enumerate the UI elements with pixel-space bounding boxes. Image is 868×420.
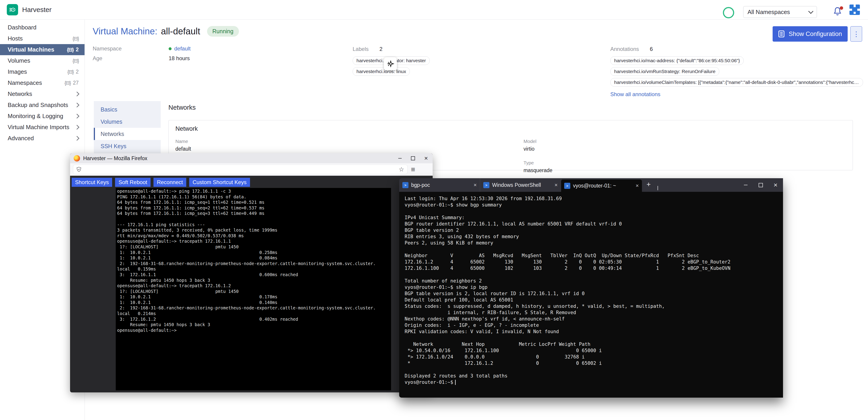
tab-dropdown-button[interactable] — [657, 186, 658, 190]
brace-box-icon — [72, 35, 79, 41]
chevron-right-icon — [74, 103, 79, 108]
close-button[interactable]: × — [420, 153, 433, 163]
annotations-block: Annotations6 harvesterhci.io/mac-address… — [610, 46, 863, 97]
sidebar-item-monitoring-logging[interactable]: Monitoring & Logging — [0, 111, 85, 122]
page-title: Virtual Machine: all-default Running — [93, 26, 239, 37]
namespace-active-dot — [168, 47, 172, 50]
document-icon — [778, 30, 784, 37]
show-configuration-button[interactable]: Show Configuration — [773, 26, 848, 41]
sidebar-item-advanced[interactable]: Advanced — [0, 133, 85, 144]
show-configuration-label: Show Configuration — [789, 31, 842, 37]
sidebar-item-dashboard[interactable]: Dashboard — [0, 22, 85, 33]
url-bar[interactable]: ☆ — [73, 165, 407, 174]
brace-box-icon — [64, 80, 70, 86]
notifications-bell-icon[interactable] — [832, 6, 843, 17]
maximize-button[interactable] — [753, 178, 768, 192]
annotation-chip: harvesterhci.io/mac-address: {"default":… — [610, 56, 744, 65]
namespace-label: Namespace — [93, 46, 168, 52]
age-value: 18 hours — [168, 55, 191, 62]
sidebar-item-backup-and-snapshots[interactable]: Backup and Snapshots — [0, 99, 85, 111]
powershell-icon: > — [483, 182, 489, 188]
namespace-filter-value: All Namespaces — [747, 8, 809, 16]
tab-close-icon[interactable]: × — [555, 182, 558, 188]
field-label: Name — [176, 139, 524, 144]
page-title-name: all-default — [161, 26, 200, 36]
kebab-menu-button[interactable]: ⋮ — [850, 26, 862, 41]
powershell-icon: > — [402, 182, 408, 188]
status-badge: Running — [207, 26, 239, 37]
brand-name: Harvester — [22, 6, 52, 13]
sidebar-item-images[interactable]: Images2 — [0, 66, 85, 77]
label-chip: harvesterhci.io/os: linux — [352, 67, 410, 76]
minimize-button[interactable] — [738, 178, 753, 192]
firefox-titlebar[interactable]: Harvester — Mozilla Firefox × — [70, 153, 433, 163]
network-card-title: Network — [176, 125, 846, 132]
vnc-console-text: opensuse@all-default:~> ping 172.16.1.1 … — [116, 188, 391, 333]
windows-terminal-window: > bgp-poc × > Windows PowerShell × > vyo… — [399, 178, 783, 398]
firefox-icon — [74, 155, 80, 161]
notification-dot — [840, 6, 843, 10]
field-value: default — [176, 146, 524, 152]
terminal-prompt: vyos@router-01:~$ — [405, 379, 453, 385]
tab-close-icon[interactable]: × — [473, 182, 477, 188]
tab-close-icon[interactable]: × — [636, 182, 639, 189]
namespace-link[interactable]: default — [174, 46, 191, 52]
sidebar-item-virtual-machines[interactable]: Virtual Machines2 — [0, 44, 85, 55]
kebab-icon: ⋮ — [853, 30, 860, 38]
powershell-icon: > — [564, 183, 570, 189]
field-value: virtio — [524, 146, 846, 152]
tab-volumes[interactable]: Volumes — [94, 116, 161, 128]
field-value: masquerade — [524, 168, 846, 174]
shield-icon — [76, 167, 81, 172]
harvester-logo-icon[interactable] — [7, 4, 18, 16]
terminal-body[interactable]: Last login: Thu Apr 16 12:53:30 2026 fro… — [399, 192, 783, 385]
labels-count: 2 — [379, 46, 382, 52]
sparkle-cursor-icon — [384, 57, 397, 70]
chevron-right-icon — [74, 92, 79, 96]
new-tab-button[interactable]: + — [647, 180, 651, 189]
terminal-tab-vyos-router[interactable]: > vyos@router-01: ~ × — [561, 180, 642, 192]
firefox-toolbar: ☆ ≡ — [70, 163, 433, 176]
tab-basics[interactable]: Basics — [94, 103, 161, 116]
cluster-status-ring-icon — [723, 7, 734, 18]
sidebar-item-hosts[interactable]: Hosts — [0, 33, 85, 44]
count-badge: 2 — [76, 69, 79, 75]
tab-ssh-keys[interactable]: SSH Keys — [94, 140, 161, 152]
namespace-filter-select[interactable]: All Namespaces — [743, 6, 817, 18]
page-title-prefix: Virtual Machine: — [93, 26, 157, 36]
vm-details: Namespace default Age 18 hours — [93, 46, 191, 62]
annotations-title: Annotations — [610, 46, 639, 52]
annotation-chip: harvesterhci.io/vmRunStrategy: RerunOnFa… — [610, 67, 719, 76]
terminal-output-text: Last login: Thu Apr 16 12:53:30 2026 fro… — [405, 196, 783, 379]
networks-section-heading: Networks — [168, 104, 196, 111]
count-badge: 2 — [76, 47, 79, 53]
vnc-console-screen[interactable]: opensuse@all-default:~> ping 172.16.1.1 … — [116, 188, 391, 390]
screen: Harvester All Namespaces Dashboard H — [0, 0, 868, 420]
menu-hamburger-icon[interactable]: ≡ — [411, 165, 415, 174]
chevron-right-icon — [74, 136, 79, 141]
sidebar-item-namespaces[interactable]: Namespaces27 — [0, 77, 85, 88]
sidebar-item-networks[interactable]: Networks — [0, 88, 85, 99]
minimize-button[interactable] — [393, 153, 406, 163]
tab-networks[interactable]: Networks — [94, 128, 161, 140]
close-button[interactable]: × — [768, 178, 783, 192]
show-all-annotations-link[interactable]: Show all annotations — [610, 91, 863, 97]
user-avatar[interactable] — [849, 4, 860, 15]
field-label: Model — [524, 139, 846, 144]
count-badge: 27 — [73, 80, 79, 86]
maximize-button[interactable] — [406, 153, 420, 163]
soft-reboot-button[interactable]: Soft Reboot — [115, 178, 151, 187]
terminal-tab-windows-powershell[interactable]: > Windows PowerShell × — [480, 178, 561, 192]
terminal-tab-bgp-poc[interactable]: > bgp-poc × — [399, 178, 480, 192]
shortcut-keys-button[interactable]: Shortcut Keys — [72, 178, 112, 187]
bookmark-star-icon[interactable]: ☆ — [399, 166, 404, 173]
reconnect-button[interactable]: Reconnect — [153, 178, 186, 187]
custom-shortcut-keys-button[interactable]: Custom Shortcut Keys — [189, 178, 250, 187]
sidebar-item-volumes[interactable]: Volumes — [0, 55, 85, 66]
firefox-window: Harvester — Mozilla Firefox × ☆ ≡ Shortc… — [70, 153, 433, 392]
annotation-chip: harvesterhci.io/volumeClaimTemplates: [{… — [610, 78, 863, 87]
sidebar-item-virtual-machine-imports[interactable]: Virtual Machine Imports — [0, 122, 85, 133]
chevron-right-icon — [74, 125, 79, 129]
age-label: Age — [93, 55, 168, 62]
app-header: Harvester All Namespaces — [0, 0, 868, 20]
